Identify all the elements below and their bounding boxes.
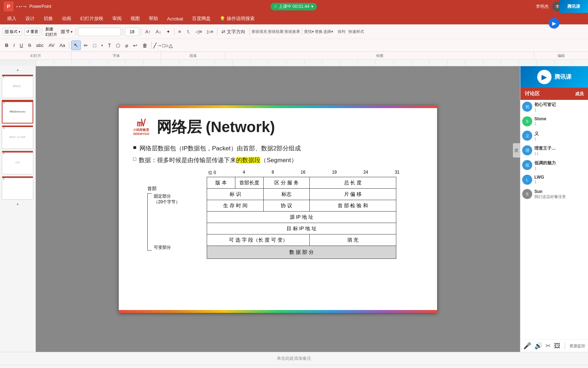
slide-title: 网络层 (Network) bbox=[157, 117, 275, 137]
shadow-button[interactable]: abc bbox=[34, 42, 46, 49]
indent-less-button[interactable]: ◁≡ bbox=[193, 28, 204, 35]
undo-tool[interactable]: ↩ bbox=[131, 42, 139, 49]
menu-search[interactable]: 💡 操作说明搜索 bbox=[216, 14, 258, 23]
bold-button[interactable]: B bbox=[3, 42, 10, 49]
strikethrough-button[interactable]: S bbox=[26, 42, 33, 49]
live-status-badge[interactable]: 上课中 00:01:44 ▾ bbox=[270, 3, 317, 10]
comment-avatar-5: L bbox=[522, 175, 532, 185]
mic-icon[interactable]: 🎤 bbox=[523, 342, 531, 350]
cell-src-ip: 源 IP 地 址 bbox=[207, 212, 396, 223]
resource-monitor-label[interactable]: 资源监控 bbox=[569, 343, 585, 349]
text-box-tool[interactable]: T bbox=[106, 42, 113, 49]
comment-item-0: 初 初心可皆记 1 bbox=[522, 102, 586, 112]
numbering-button[interactable]: ⒈ bbox=[184, 28, 193, 36]
text-direction-button[interactable]: ⇄ 文字方向 bbox=[219, 28, 248, 36]
shape-triangle[interactable]: △ bbox=[169, 43, 173, 48]
delete-tool[interactable]: 🗑 bbox=[140, 42, 150, 49]
slide-header: ㎷ 小码哥教育SEEMYGO 网络层 (Network) bbox=[133, 117, 423, 137]
slide-num-4: 4 bbox=[3, 152, 4, 155]
new-slide-button[interactable]: 新建幻灯片 bbox=[44, 26, 59, 38]
image-icon[interactable]: 🖼 bbox=[554, 342, 560, 350]
slide-thumb-1[interactable]: 1 网络层... bbox=[2, 74, 33, 98]
select-tool[interactable]: ↖ bbox=[71, 40, 81, 50]
menu-help[interactable]: 帮助 bbox=[145, 14, 162, 23]
menu-view[interactable]: 视图 bbox=[127, 14, 143, 23]
pos-label-19: 19 bbox=[332, 170, 337, 176]
pos-label-16: 16 bbox=[300, 170, 305, 176]
menu-slideshow[interactable]: 幻灯片放映 bbox=[77, 14, 107, 23]
rectangle-dropdown[interactable]: ▾ bbox=[99, 43, 105, 48]
indent-more-button[interactable]: ▷≡ bbox=[205, 28, 216, 35]
section-button[interactable]: ▦ 节▾ bbox=[59, 28, 74, 35]
cell-version: 版 本 bbox=[207, 177, 235, 189]
live-play-icon: ▶ bbox=[549, 18, 559, 29]
bracket-labels: 首部 固定部分（20个字节） 可变部分 bbox=[147, 177, 205, 259]
char-spacing-button[interactable]: AV bbox=[46, 42, 57, 49]
layout-dropdown[interactable]: ▦ 版式▾ bbox=[3, 28, 22, 35]
bullet-item-2: □ 数据：很多时候是由传输层传递下来的数据段（Segment） bbox=[133, 156, 423, 164]
slide-thumb-2[interactable]: 2 网络层(Network) bbox=[2, 100, 33, 124]
slide-canvas: ㎷ 小码哥教育SEEMYGO 网络层 (Network) ■ 网络层数据包（IP… bbox=[119, 105, 437, 313]
clear-format-button[interactable]: ✦ bbox=[164, 28, 172, 35]
slide-preview-1: 网络层... bbox=[12, 81, 24, 92]
bullets-button[interactable]: ≡ bbox=[176, 28, 183, 35]
highlighted-text: 的数据段 bbox=[236, 157, 260, 164]
shape-rect[interactable]: □ bbox=[162, 43, 165, 48]
comment-body-3: 理查王子… 11 bbox=[534, 145, 586, 156]
comment-item-3: 理 理查王子… 11 bbox=[522, 145, 586, 156]
font-size-input[interactable] bbox=[125, 28, 139, 36]
comment-avatar-1: S bbox=[522, 116, 532, 126]
menu-acrobat[interactable]: Acrobat bbox=[163, 15, 187, 23]
scissors-icon[interactable]: ✂ bbox=[545, 342, 551, 350]
expand-panel-button[interactable]: 发 bbox=[513, 143, 520, 158]
discussion-title: 讨论区 bbox=[525, 91, 540, 97]
decrease-font-button[interactable]: A↓ bbox=[153, 28, 163, 35]
freeform-tool[interactable]: ✏ bbox=[82, 42, 90, 49]
shape-ellipse[interactable]: ○ bbox=[166, 43, 168, 48]
slide-thumb-5[interactable]: 5 bbox=[2, 176, 33, 200]
crop-tool[interactable]: ⌀ bbox=[123, 42, 130, 49]
cell-padding: 填 充 bbox=[309, 234, 396, 246]
font-case-button[interactable]: Aa bbox=[57, 42, 67, 49]
slide-thumb-4[interactable]: 4 内容 bbox=[2, 151, 33, 174]
drawing-section-label: 绘图 bbox=[225, 52, 534, 59]
menu-transition[interactable]: 切换 bbox=[40, 14, 57, 23]
speaker-icon[interactable]: 🔊 bbox=[534, 342, 542, 350]
table-row-7: 数 据 部 分 bbox=[207, 246, 396, 259]
reset-button[interactable]: ↺ 重置 bbox=[24, 28, 40, 35]
app-icon: P bbox=[4, 1, 14, 11]
comment-item-4: 低 低调的魅力 1 bbox=[522, 160, 586, 170]
menu-insert[interactable]: 插入 bbox=[4, 14, 20, 23]
table-row-5: 目 标 IP 地 址 bbox=[207, 223, 396, 234]
separator2 bbox=[76, 28, 76, 35]
comment-item-1: S Stone 1 bbox=[522, 116, 586, 126]
shape-tool[interactable]: ⬠ bbox=[114, 42, 122, 49]
slide-panel-scrollup[interactable]: ▲ bbox=[2, 68, 34, 72]
status-bar: 第 41 张 共 41 张 中文(中国) 📝 备注 💬 批注 ⊞ ☰ ⊟ 📖 ▶… bbox=[0, 365, 588, 368]
menu-design[interactable]: 设计 bbox=[22, 14, 38, 23]
slide-thumb-3[interactable]: 3 网络层, 区分服务 bbox=[2, 125, 33, 149]
live-dropdown-icon[interactable]: ▾ bbox=[311, 4, 313, 9]
shape-arrow[interactable]: → bbox=[157, 43, 162, 48]
comment-avatar-3: 理 bbox=[522, 145, 532, 155]
italic-button[interactable]: I bbox=[11, 42, 17, 49]
header-bracket-group: 首部 固定部分（20个字节） 可变部分 bbox=[147, 181, 180, 255]
menu-review[interactable]: 审阅 bbox=[109, 14, 125, 23]
footer-separator bbox=[565, 342, 565, 349]
comment-count-2: 1 bbox=[534, 137, 586, 141]
shape-line[interactable]: ╱ bbox=[153, 43, 156, 48]
table-row-2: 标 识 标志 片 偏 移 bbox=[207, 189, 396, 200]
menu-animation[interactable]: 动画 bbox=[58, 14, 75, 23]
rectangle-tool[interactable]: □ bbox=[91, 42, 98, 49]
table-row-4: 源 IP 地 址 bbox=[207, 212, 396, 223]
separator5 bbox=[174, 28, 175, 35]
slide-panel-scrolldown[interactable]: ▼ bbox=[2, 203, 34, 206]
font-name-input[interactable] bbox=[78, 28, 121, 36]
underline-button[interactable]: U bbox=[18, 42, 25, 49]
notes-placeholder[interactable]: 单击此处添加备注 bbox=[0, 352, 588, 365]
cell-flags: 标志 bbox=[264, 189, 310, 200]
increase-font-button[interactable]: A↑ bbox=[143, 28, 153, 35]
menu-baidu[interactable]: 百度网盘 bbox=[188, 14, 214, 23]
comment-body-4: 低调的魅力 1 bbox=[534, 160, 586, 170]
comment-body-2: 义 1 bbox=[534, 131, 586, 141]
